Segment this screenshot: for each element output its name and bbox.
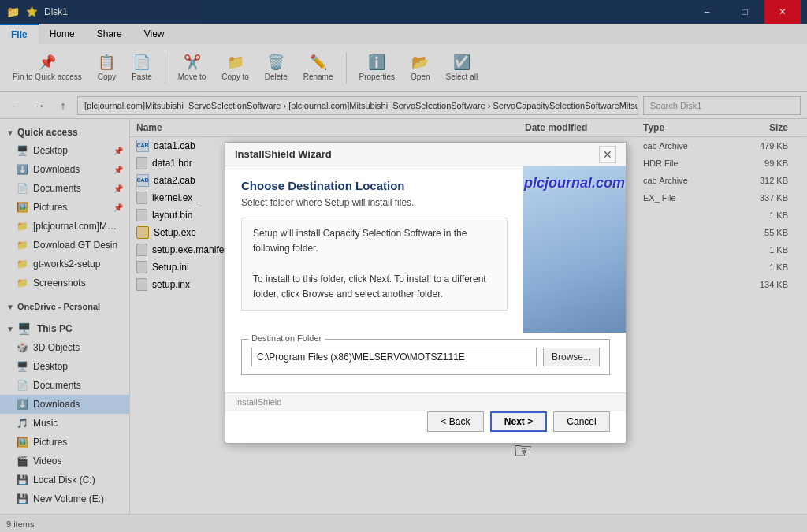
dialog-heading: Choose Destination Location: [241, 179, 508, 192]
dialog-subtext: Select folder where Setup will install f…: [241, 197, 508, 208]
cancel-button[interactable]: Cancel: [553, 411, 610, 432]
dialog-image-panel: plcjournal.com: [523, 166, 626, 333]
dialog-titlebar: InstallShield Wizard ✕: [225, 143, 626, 166]
destination-legend: Destination Folder: [248, 333, 325, 343]
watermark-text: plcjournal.com: [524, 174, 625, 192]
dialog-close-button[interactable]: ✕: [599, 146, 616, 163]
installshield-label: InstallShield: [235, 397, 281, 407]
installshield-footer: InstallShield: [225, 392, 626, 411]
dialog-buttons: < Back Next > ☞ Cancel: [225, 411, 626, 443]
browse-button[interactable]: Browse...: [543, 348, 600, 366]
dialog-content: Choose Destination Location Select folde…: [225, 166, 523, 333]
dialog-title-text: InstallShield Wizard: [235, 148, 593, 160]
destination-row: Browse...: [251, 348, 600, 366]
destination-section: Destination Folder Browse...: [225, 339, 626, 392]
dialog-info-box: Setup will install Capacity Selection So…: [241, 218, 508, 311]
destination-folder-group: Destination Folder Browse...: [241, 339, 610, 375]
installshield-dialog: InstallShield Wizard ✕ Choose Destinatio…: [225, 142, 627, 444]
back-button[interactable]: < Back: [427, 411, 484, 432]
next-button[interactable]: Next >: [490, 411, 547, 432]
destination-path-input[interactable]: [251, 348, 537, 366]
